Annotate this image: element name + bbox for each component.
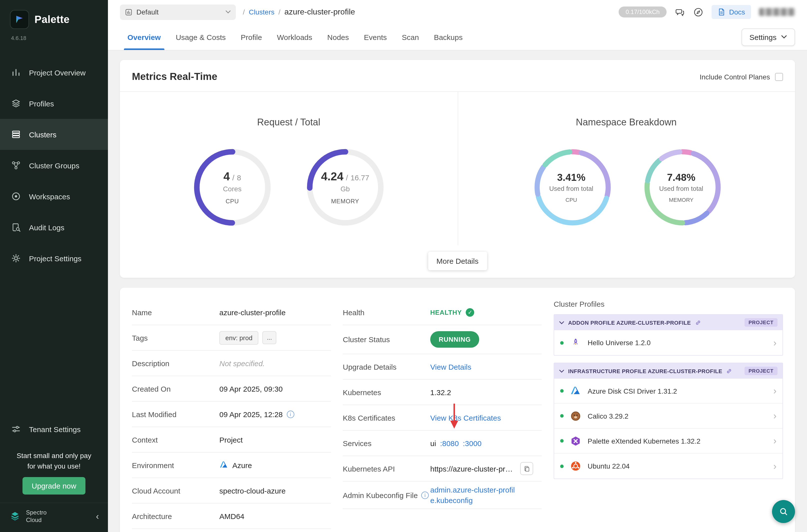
view-k8s-certificates-link[interactable]: View K8s Certificates xyxy=(430,413,501,422)
field-label: Name xyxy=(132,308,219,317)
tab-scan[interactable]: Scan xyxy=(394,24,426,50)
service-port-3000-link[interactable]: :3000 xyxy=(463,439,482,447)
info-icon[interactable] xyxy=(421,491,429,499)
service-name: ui xyxy=(430,439,436,447)
audit-logs-icon xyxy=(11,222,22,232)
field-label: Kubernetes xyxy=(343,388,430,396)
brand-footer: Spectro Cloud xyxy=(26,509,53,524)
sidebar-item-profiles[interactable]: Profiles xyxy=(0,88,108,119)
kubeconfig-file-link[interactable]: admin.azure-cluster-profile.kubeconfig xyxy=(430,484,516,506)
sidebar-item-project-overview[interactable]: Project Overview xyxy=(0,57,108,88)
chevron-right-icon xyxy=(773,411,776,421)
clusters-icon xyxy=(11,129,22,139)
top-bar: Default / Clusters / azure-cluster-profi… xyxy=(108,0,807,24)
details-column-middle: Health HEALTHY Cluster Status RUNNING xyxy=(343,300,542,529)
field-label: Admin Kubeconfig File xyxy=(343,491,418,499)
sidebar-item-label: Clusters xyxy=(29,130,56,139)
detail-row-cloud-account: Cloud Account spectro-cloud-azure xyxy=(132,478,331,504)
detail-row-admin-kubeconfig: Admin Kubeconfig File admin.azure-cluste… xyxy=(343,481,542,509)
tab-overview[interactable]: Overview xyxy=(120,24,168,50)
sidebar-item-clusters[interactable]: Clusters xyxy=(0,119,108,150)
profile-section-title: INFRASTRUCTURE PROFILE AZURE-CLUSTER-PRO… xyxy=(568,368,722,374)
tab-events[interactable]: Events xyxy=(357,24,394,50)
infrastructure-profile-section: INFRASTRUCTURE PROFILE AZURE-CLUSTER-PRO… xyxy=(553,363,783,479)
docs-button[interactable]: Docs xyxy=(712,5,751,19)
namespace-cpu-donut: 3.41% Used from total CPU xyxy=(533,148,609,227)
support-compass-icon[interactable] xyxy=(693,7,703,17)
copy-button[interactable] xyxy=(520,462,533,475)
settings-button[interactable]: Settings xyxy=(742,28,795,46)
upgrade-now-button[interactable]: Upgrade now xyxy=(23,477,85,495)
gear-icon xyxy=(11,253,22,263)
profiles-icon xyxy=(11,98,22,108)
view-details-link[interactable]: View Details xyxy=(430,362,471,371)
detail-row-environment: Environment Azure xyxy=(132,453,331,478)
memory-unit: Gb xyxy=(340,185,350,193)
breadcrumb-clusters-link[interactable]: Clusters xyxy=(249,8,275,16)
detail-row-upgrade-details: Upgrade Details View Details xyxy=(343,354,542,380)
field-value: AMD64 xyxy=(219,512,331,520)
sidebar-item-label: Tenant Settings xyxy=(29,425,81,434)
profile-layer-palette-xk[interactable]: Palette eXtended Kubernetes 1.32.2 xyxy=(554,429,783,454)
tab-usage-costs[interactable]: Usage & Costs xyxy=(168,24,233,50)
field-label: Kubernetes API xyxy=(343,464,430,473)
breadcrumb: / Clusters / azure-cluster-profile xyxy=(243,7,355,17)
field-label: Description xyxy=(132,359,219,367)
namespace-cpu-percent: 3.41% xyxy=(557,172,585,183)
sidebar-item-workspaces[interactable]: Workspaces xyxy=(0,181,108,212)
field-value: spectro-cloud-azure xyxy=(219,486,331,495)
field-label: Cluster Status xyxy=(343,335,430,344)
field-value: 09 Apr 2025, 12:28 xyxy=(219,410,283,418)
collapse-sidebar-icon[interactable] xyxy=(96,511,99,522)
field-value: Project xyxy=(219,435,331,444)
detail-row-k8s-certificates: K8s Certificates View K8s Certificates xyxy=(343,405,542,431)
detail-row-last-modified: Last Modified 09 Apr 2025, 12:28 xyxy=(132,402,331,427)
profile-layer-ubuntu[interactable]: Ubuntu 22.04 xyxy=(554,454,783,478)
settings-button-label: Settings xyxy=(750,33,776,41)
sidebar-item-tenant-settings[interactable]: Tenant Settings xyxy=(0,414,108,445)
field-label: Upgrade Details xyxy=(343,362,430,371)
namespace-memory-donut: 7.48% Used from total MEMORY xyxy=(643,148,719,227)
include-control-planes-checkbox[interactable] xyxy=(775,73,783,81)
tab-backups[interactable]: Backups xyxy=(427,24,470,50)
project-selector[interactable]: Default xyxy=(120,4,236,20)
azure-icon xyxy=(219,460,228,470)
field-label: Tags xyxy=(132,334,219,342)
field-label: Cloud Account xyxy=(132,486,219,495)
sidebar-item-audit-logs[interactable]: Audit Logs xyxy=(0,212,108,243)
sidebar-item-label: Project Settings xyxy=(29,254,81,263)
field-value: 1.32.2 xyxy=(430,388,542,396)
addon-profile-header[interactable]: ADDON PROFILE AZURE-CLUSTER-PROFILE PROJ… xyxy=(554,315,783,330)
usage-quota-pill: 0.17/100kCh xyxy=(619,6,667,18)
info-icon[interactable] xyxy=(287,410,294,418)
sidebar-item-cluster-groups[interactable]: Cluster Groups xyxy=(0,150,108,181)
detail-row-kubernetes-api: Kubernetes API https://azure-cluster-pro… xyxy=(343,456,542,481)
field-label: Environment xyxy=(132,461,219,469)
sidebar-item-label: Cluster Groups xyxy=(29,161,79,170)
profile-layer-calico[interactable]: Calico 3.29.2 xyxy=(554,404,783,429)
service-port-8080-link[interactable]: :8080 xyxy=(440,439,459,447)
profile-layer-hello-universe[interactable]: Hello Universe 1.2.0 xyxy=(554,330,783,355)
search-fab-button[interactable] xyxy=(772,500,795,523)
profile-layer-name: Ubuntu 22.04 xyxy=(588,462,630,470)
cluster-details-card: Name azure-cluster-profile Tags env: pro… xyxy=(120,288,795,532)
profile-layer-azure-disk-csi[interactable]: Azure Disk CSI Driver 1.31.2 xyxy=(554,379,783,404)
infrastructure-profile-header[interactable]: INFRASTRUCTURE PROFILE AZURE-CLUSTER-PRO… xyxy=(554,363,783,379)
chevron-right-icon xyxy=(773,338,776,347)
palette-xk-icon xyxy=(569,434,582,447)
tab-profile[interactable]: Profile xyxy=(233,24,269,50)
chevron-right-icon xyxy=(773,436,776,445)
sidebar-item-label: Workspaces xyxy=(29,192,70,201)
kubernetes-api-url: https://azure-cluster-profile... xyxy=(430,464,516,473)
chat-icon[interactable] xyxy=(675,7,685,17)
details-column-left: Name azure-cluster-profile Tags env: pro… xyxy=(132,300,331,529)
tab-nodes[interactable]: Nodes xyxy=(320,24,357,50)
status-dot-green xyxy=(560,389,564,393)
sidebar-item-project-settings[interactable]: Project Settings xyxy=(0,243,108,274)
user-name-redacted[interactable] xyxy=(759,8,795,16)
sidebar-item-label: Profiles xyxy=(29,99,54,108)
tag-overflow-chip[interactable]: ... xyxy=(262,331,276,344)
detail-row-architecture: Architecture AMD64 xyxy=(132,504,331,529)
tab-workloads[interactable]: Workloads xyxy=(269,24,320,50)
more-details-button[interactable]: More Details xyxy=(428,252,487,270)
